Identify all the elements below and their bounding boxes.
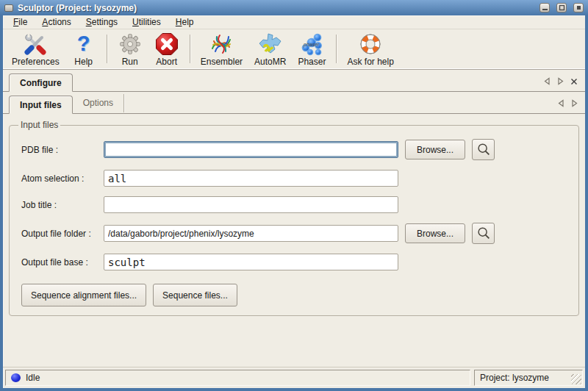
toolbar: Preferences ? Help <box>3 29 585 70</box>
job-title-row: Job title : <box>21 196 571 213</box>
tab-input-files[interactable]: Input files <box>9 96 73 114</box>
status-text: Idle <box>26 373 40 383</box>
menu-utilities[interactable]: Utilities <box>125 16 168 28</box>
status-cell-left: Idle <box>5 370 470 386</box>
pdb-browse-button[interactable]: Browse... <box>405 140 465 159</box>
status-cell-project: Project: lysozyme <box>474 370 583 386</box>
tab-scroll-left-icon[interactable] <box>558 99 564 107</box>
configure-panel: Input files PDB file : Browse... Atom se… <box>3 114 585 367</box>
magnifier-icon <box>476 226 492 242</box>
status-indicator-icon <box>11 373 21 382</box>
output-base-row: Output file base : <box>21 254 571 270</box>
tab-options[interactable]: Options <box>73 94 124 112</box>
tab-close-icon[interactable] <box>570 78 578 85</box>
toolbar-separator <box>336 35 337 63</box>
crossed-tools-icon <box>23 32 48 56</box>
sequence-files-button[interactable]: Sequence files... <box>153 284 237 306</box>
toolbar-separator <box>190 35 190 63</box>
app-window: Sculptor (Project: lysozyme) File Action… <box>0 0 588 391</box>
toolbar-help[interactable]: ? Help <box>65 31 102 69</box>
magnifier-icon <box>476 142 492 158</box>
toolbar-ensembler[interactable]: Ensembler <box>195 31 248 69</box>
toolbar-automr[interactable]: AutoMR <box>248 31 292 69</box>
tab-scroll-right-icon[interactable] <box>557 77 564 85</box>
atom-selection-label: Atom selection : <box>21 173 104 184</box>
toolbar-ensembler-label: Ensembler <box>201 57 243 67</box>
input-files-group: Input files PDB file : Browse... Atom se… <box>9 120 579 316</box>
close-icon <box>576 4 582 11</box>
output-folder-input[interactable] <box>104 225 398 242</box>
tab-configure[interactable]: Configure <box>9 73 73 92</box>
toolbar-phaser-label: Phaser <box>298 57 326 67</box>
status-bar: Idle Project: lysozyme <box>3 367 585 388</box>
atom-selection-input[interactable] <box>104 170 398 187</box>
toolbar-preferences[interactable]: Preferences <box>6 31 65 69</box>
blue-spheres-icon: phaser <box>299 32 324 56</box>
close-button[interactable] <box>573 3 584 12</box>
toolbar-abort-label: Abort <box>156 57 177 67</box>
pdb-file-label: PDB file : <box>21 145 104 155</box>
atom-selection-row: Atom selection : <box>21 170 571 187</box>
toolbar-phaser[interactable]: phaser Phaser <box>292 31 331 69</box>
output-base-input[interactable] <box>104 254 398 270</box>
toolbar-ask-for-help[interactable]: Ask for help <box>341 31 399 69</box>
menu-actions[interactable]: Actions <box>35 16 78 28</box>
output-base-label: Output file base : <box>21 257 104 268</box>
question-mark-icon: ? <box>71 32 96 56</box>
output-folder-row: Output file folder : Browse... <box>21 223 571 244</box>
sub-tab-row: Input files Options <box>3 92 585 114</box>
tab-scroll-right-icon[interactable] <box>571 99 578 107</box>
tab-scroll-left-icon[interactable] <box>544 77 551 85</box>
menu-help[interactable]: Help <box>168 16 201 28</box>
minimize-icon <box>542 4 548 11</box>
toolbar-abort[interactable]: Abort <box>148 31 185 69</box>
input-files-group-title: Input files <box>18 120 60 130</box>
project-label: Project: lysozyme <box>480 373 549 383</box>
title-bar: Sculptor (Project: lysozyme) <box>0 0 588 15</box>
protein-ribbons-icon <box>209 32 234 56</box>
sequence-alignment-files-button[interactable]: Sequence alignment files... <box>21 284 146 306</box>
pdb-file-row: PDB file : Browse... <box>21 139 571 160</box>
window-icon <box>4 4 13 12</box>
toolbar-run-label: Run <box>122 57 138 67</box>
output-folder-label: Output file folder : <box>21 229 104 239</box>
pdb-search-button[interactable] <box>472 139 495 160</box>
menu-settings[interactable]: Settings <box>79 16 125 28</box>
lifebuoy-icon <box>358 32 383 56</box>
maximize-icon <box>559 4 565 11</box>
minimize-button[interactable] <box>539 3 550 12</box>
toolbar-preferences-label: Preferences <box>12 57 60 67</box>
toolbar-run[interactable]: Run <box>112 31 148 69</box>
toolbar-help-label: Help <box>74 57 93 67</box>
red-octagon-x-icon <box>154 32 179 56</box>
resize-grip[interactable] <box>571 374 581 384</box>
maximize-button[interactable] <box>556 3 567 12</box>
sequence-buttons-row: Sequence alignment files... Sequence fil… <box>21 284 571 306</box>
sub-tab-controls <box>551 99 585 113</box>
window-body: File Actions Settings Utilities Help <box>3 15 585 388</box>
pdb-file-input[interactable] <box>104 141 398 158</box>
toolbar-automr-label: AutoMR <box>254 57 286 67</box>
menu-file[interactable]: File <box>6 16 35 28</box>
output-folder-search-button[interactable] <box>472 223 495 244</box>
job-title-label: Job title : <box>21 200 104 210</box>
output-folder-browse-button[interactable]: Browse... <box>405 223 465 243</box>
job-title-input[interactable] <box>104 196 398 213</box>
main-tab-controls <box>537 77 585 91</box>
toolbar-separator <box>107 35 107 63</box>
main-tab-row: Configure <box>3 70 585 92</box>
gear-icon <box>118 32 143 56</box>
window-title: Sculptor (Project: lysozyme) <box>18 3 137 13</box>
menu-bar: File Actions Settings Utilities Help <box>3 15 585 29</box>
phaser-icon-text: phaser <box>303 42 320 48</box>
blue-molecule-icon <box>258 32 283 56</box>
toolbar-ask-for-help-label: Ask for help <box>347 57 393 67</box>
